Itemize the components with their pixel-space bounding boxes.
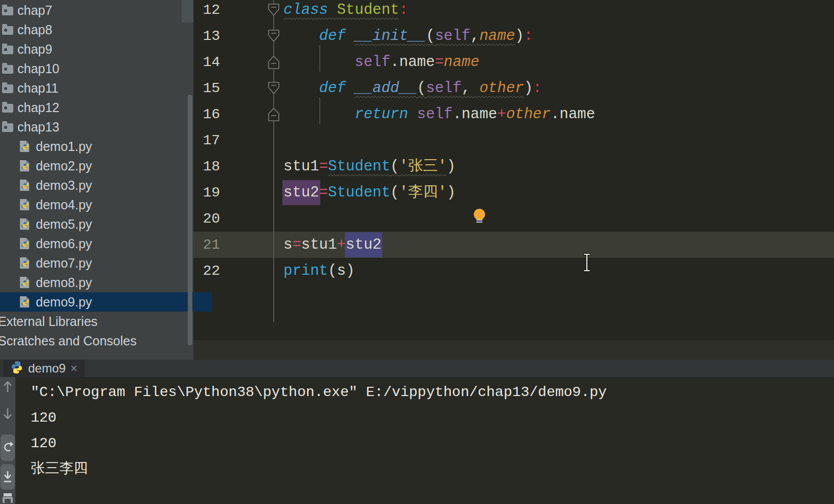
fold-end-icon[interactable] xyxy=(267,55,280,70)
up-arrow-icon[interactable] xyxy=(1,380,15,393)
tree-item-demo7-py[interactable]: demo7.py xyxy=(0,253,212,273)
line-number[interactable]: 12 xyxy=(193,0,220,23)
fold-start-icon[interactable] xyxy=(267,81,280,96)
tree-item-label: chap11 xyxy=(17,81,58,96)
tree-item-label: chap10 xyxy=(17,61,59,76)
tree-item-external-libraries[interactable]: External Libraries xyxy=(0,312,191,331)
fold-start-icon[interactable] xyxy=(267,3,280,18)
code-token: s xyxy=(337,262,345,279)
tree-item-demo6-py[interactable]: demo6.py xyxy=(0,234,212,253)
tree-item-demo3-py[interactable]: demo3.py xyxy=(0,176,212,195)
folder-icon xyxy=(2,44,13,54)
code-token: def xyxy=(319,80,355,97)
python-file-icon xyxy=(18,275,32,290)
tree-item-demo8-py[interactable]: demo8.py xyxy=(0,273,212,292)
folder-icon xyxy=(2,122,13,132)
tree-item-chap10[interactable]: chap10 xyxy=(0,59,195,78)
code-token: . xyxy=(390,54,399,71)
code-line-16[interactable]: return self.name+other.name xyxy=(283,101,595,127)
tree-item-demo5-py[interactable]: demo5.py xyxy=(0,214,212,234)
line-number[interactable]: 15 xyxy=(193,75,220,101)
tree-item-chap13[interactable]: chap13 xyxy=(0,117,195,137)
project-scrollbar-thumb[interactable] xyxy=(188,95,192,345)
code-line-19[interactable]: stu2=Student('李四') xyxy=(283,180,455,206)
tree-item-chap9[interactable]: chap9 xyxy=(0,39,195,59)
code-line-18[interactable]: stu1=Student('张三') xyxy=(283,154,455,180)
code-token: : xyxy=(533,80,541,97)
code-token: class xyxy=(283,2,337,18)
code-token: self xyxy=(355,54,390,71)
intention-bulb-icon[interactable] xyxy=(474,209,485,220)
code-token xyxy=(283,54,355,71)
rerun-icon[interactable] xyxy=(1,434,15,461)
editor[interactable]: 1213141516171819202122 class Student: de… xyxy=(193,0,834,339)
code-line-22[interactable]: print(s) xyxy=(283,258,355,284)
code-token xyxy=(283,106,355,123)
code-token: '张三' xyxy=(399,158,447,175)
code-token: self xyxy=(417,106,453,123)
tree-item-chap8[interactable]: chap8 xyxy=(0,20,195,39)
tree-item-chap7[interactable]: chap7 xyxy=(0,1,195,20)
code-token: other xyxy=(479,80,524,97)
console-line: 120 xyxy=(31,431,56,456)
code-line-15[interactable]: def __add__(self, other): xyxy=(283,75,542,101)
code-line-12[interactable]: class Student: xyxy=(283,0,408,23)
tree-item-label: demo6.py xyxy=(36,236,92,251)
python-file-icon xyxy=(18,178,32,192)
fold-gutter-line xyxy=(273,0,274,322)
code-line-21[interactable]: s=stu1+stu2 xyxy=(283,232,381,258)
fold-end-icon[interactable] xyxy=(267,107,280,122)
code-token: ( xyxy=(417,80,426,97)
tree-item-scratches-and-consoles[interactable]: Scratches and Consoles xyxy=(0,331,191,350)
code-token: , xyxy=(471,28,479,45)
close-icon[interactable]: × xyxy=(70,362,77,375)
tree-item-label: Scratches and Consoles xyxy=(0,334,137,348)
code-token: , xyxy=(462,80,479,97)
tab-demo9[interactable]: demo9 × xyxy=(3,360,85,377)
code-token: Student xyxy=(328,158,390,175)
tree-item-label: demo8.py xyxy=(36,275,92,290)
code-token: ) xyxy=(524,80,533,97)
tree-item-label: demo7.py xyxy=(36,256,92,271)
code-token: name xyxy=(560,106,596,123)
code-token: def xyxy=(319,28,355,45)
line-number[interactable]: 16 xyxy=(193,101,220,127)
tree-item-demo1-py[interactable]: demo1.py xyxy=(0,137,212,156)
tree-item-label: chap9 xyxy=(17,42,52,57)
printer-icon[interactable] xyxy=(1,493,15,503)
code-token: . xyxy=(453,106,462,123)
tree-item-demo2-py[interactable]: demo2.py xyxy=(0,156,212,176)
code-token: = xyxy=(435,54,444,71)
python-file-icon xyxy=(18,139,32,154)
tree-item-demo4-py[interactable]: demo4.py xyxy=(0,195,212,214)
run-tabbar: demo9 × xyxy=(0,360,834,378)
scroll-to-end-icon[interactable] xyxy=(1,464,15,490)
code-token: return xyxy=(355,106,417,123)
line-number[interactable]: 14 xyxy=(193,49,220,75)
python-file-icon xyxy=(18,217,32,231)
line-number[interactable]: 13 xyxy=(193,23,220,49)
tree-item-demo9-py[interactable]: demo9.py xyxy=(0,292,212,312)
tree-item-chap11[interactable]: chap11 xyxy=(0,78,195,98)
run-console[interactable]: "C:\Program Files\Python38\python.exe" E… xyxy=(0,377,834,504)
folder-icon xyxy=(2,5,13,15)
fold-start-icon[interactable] xyxy=(267,29,280,44)
project-scrollbar-top[interactable] xyxy=(182,0,193,23)
python-file-icon xyxy=(18,256,32,270)
down-arrow-icon[interactable] xyxy=(1,407,15,420)
tree-item-label: chap12 xyxy=(17,100,59,115)
python-file-icon xyxy=(18,236,32,251)
tree-item-label: chap7 xyxy=(17,3,52,18)
code-token: Student xyxy=(328,184,390,201)
tree-item-label: External Libraries xyxy=(0,314,98,329)
tree-item-label: demo1.py xyxy=(36,139,92,154)
code-line-13[interactable]: def __init__(self,name): xyxy=(283,23,533,49)
code-line-14[interactable]: self.name=name xyxy=(283,49,479,75)
tree-item-label: demo4.py xyxy=(36,198,92,212)
code-token: name xyxy=(399,54,435,71)
ide-window: chap7chap8chap9chap10chap11chap12chap13 … xyxy=(0,0,834,504)
tree-item-chap12[interactable]: chap12 xyxy=(0,98,195,117)
folder-icon xyxy=(2,102,13,113)
folder-icon xyxy=(2,25,13,35)
code-token: + xyxy=(497,106,506,123)
